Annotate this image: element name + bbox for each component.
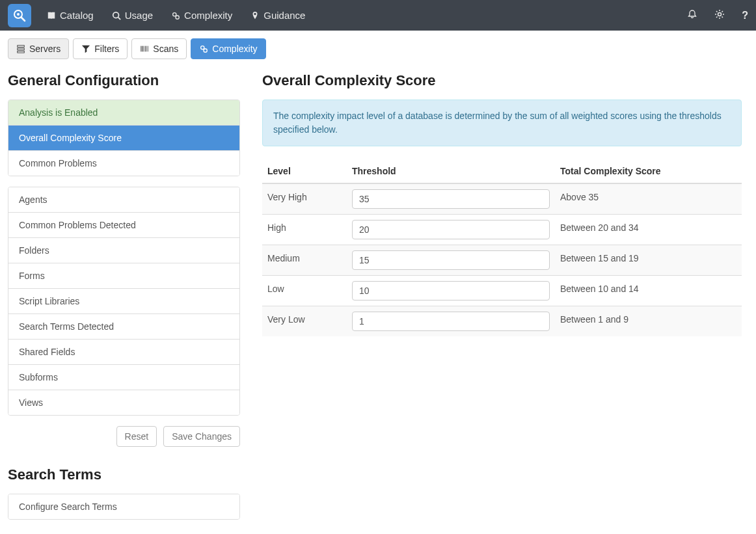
nav-label: Catalog bbox=[60, 10, 94, 21]
nav-catalog[interactable]: Catalog bbox=[47, 10, 94, 21]
tab-label: Filters bbox=[94, 44, 119, 54]
sidebar-item-agents[interactable]: Agents bbox=[8, 187, 239, 213]
desc-cell: Between 10 and 14 bbox=[555, 276, 742, 306]
threshold-input-low[interactable] bbox=[352, 281, 550, 300]
threshold-table: Level Threshold Total Complexity Score V… bbox=[262, 159, 742, 336]
notifications-button[interactable] bbox=[687, 9, 697, 21]
nav-guidance[interactable]: Guidance bbox=[250, 10, 305, 21]
sidebar-item-search-terms-detected[interactable]: Search Terms Detected bbox=[8, 314, 239, 340]
sidebar-item-configure-search-terms[interactable]: Configure Search Terms bbox=[8, 494, 239, 519]
barcode-icon bbox=[140, 44, 149, 53]
threshold-input-very-low[interactable] bbox=[352, 312, 550, 331]
sidebar-item-views[interactable]: Views bbox=[8, 390, 239, 415]
navbar-nav: Catalog Usage Complexity Guidance bbox=[47, 10, 687, 21]
tab-filters[interactable]: Filters bbox=[73, 38, 128, 59]
svg-point-7 bbox=[718, 13, 722, 16]
desc-cell: Above 35 bbox=[555, 183, 742, 215]
desc-cell: Between 1 and 9 bbox=[555, 306, 742, 337]
sidebar-item-shared-fields[interactable]: Shared Fields bbox=[8, 340, 239, 365]
filter-icon bbox=[81, 44, 90, 53]
col-level: Level bbox=[262, 159, 347, 183]
gear-icon bbox=[714, 9, 725, 20]
level-cell: Low bbox=[262, 276, 347, 306]
col-threshold: Threshold bbox=[347, 159, 555, 183]
desc-cell: Between 15 and 19 bbox=[555, 245, 742, 276]
svg-point-11 bbox=[201, 46, 204, 49]
svg-rect-9 bbox=[18, 48, 25, 50]
svg-point-3 bbox=[113, 12, 118, 18]
svg-point-2 bbox=[17, 13, 20, 16]
navbar-right: ? bbox=[687, 9, 748, 21]
nav-label: Guidance bbox=[263, 10, 305, 21]
svg-point-12 bbox=[204, 49, 207, 52]
general-config-list: Analysis is Enabled Overall Complexity S… bbox=[8, 100, 240, 176]
sidebar-item-forms[interactable]: Forms bbox=[8, 263, 239, 289]
tab-label: Servers bbox=[29, 44, 61, 54]
help-button[interactable]: ? bbox=[742, 10, 748, 21]
nav-label: Usage bbox=[125, 10, 153, 21]
sidebar: General Configuration Analysis is Enable… bbox=[8, 72, 240, 530]
magnifier-wrench-icon bbox=[12, 8, 27, 23]
svg-rect-8 bbox=[18, 46, 25, 47]
sidebar-item-script-libraries[interactable]: Script Libraries bbox=[8, 289, 239, 314]
col-total: Total Complexity Score bbox=[555, 159, 742, 183]
desc-cell: Between 20 and 34 bbox=[555, 215, 742, 245]
table-row: Low Between 10 and 14 bbox=[262, 276, 742, 306]
search-icon bbox=[112, 11, 121, 20]
sidebar-item-folders[interactable]: Folders bbox=[8, 238, 239, 263]
brand-logo[interactable] bbox=[8, 4, 31, 27]
table-row: Very High Above 35 bbox=[262, 183, 742, 215]
info-alert: The complexity impact level of a databas… bbox=[262, 100, 742, 146]
svg-rect-10 bbox=[18, 51, 25, 53]
sidebar-item-subforms[interactable]: Subforms bbox=[8, 365, 239, 390]
svg-point-5 bbox=[173, 12, 176, 16]
gears-icon bbox=[199, 44, 208, 53]
navbar: Catalog Usage Complexity Guidance ? bbox=[0, 0, 756, 31]
svg-point-6 bbox=[176, 16, 179, 19]
nav-label: Complexity bbox=[184, 10, 232, 21]
threshold-input-high[interactable] bbox=[352, 220, 550, 239]
book-icon bbox=[47, 11, 56, 20]
tab-scans[interactable]: Scans bbox=[131, 38, 187, 59]
pin-icon bbox=[250, 11, 260, 20]
svg-line-4 bbox=[118, 17, 120, 20]
tab-buttons: Servers Filters Scans Complexity bbox=[8, 38, 748, 59]
nav-complexity[interactable]: Complexity bbox=[171, 10, 232, 21]
nav-usage[interactable]: Usage bbox=[112, 10, 153, 21]
tab-label: Complexity bbox=[212, 44, 257, 54]
level-cell: Very Low bbox=[262, 306, 347, 337]
table-row: High Between 20 and 34 bbox=[262, 215, 742, 245]
svg-line-1 bbox=[21, 17, 25, 21]
threshold-input-medium[interactable] bbox=[352, 250, 550, 270]
servers-icon bbox=[16, 44, 25, 53]
elements-list: Agents Common Problems Detected Folders … bbox=[8, 187, 240, 416]
search-terms-heading: Search Terms bbox=[8, 466, 240, 483]
search-terms-list: Configure Search Terms bbox=[8, 494, 240, 520]
content: Servers Filters Scans Complexity General… bbox=[0, 31, 756, 534]
threshold-input-very-high[interactable] bbox=[352, 189, 550, 209]
sidebar-item-common-problems-detected[interactable]: Common Problems Detected bbox=[8, 213, 239, 238]
sidebar-actions: Reset Save Changes bbox=[8, 426, 240, 447]
sidebar-item-overall-score[interactable]: Overall Complexity Score bbox=[8, 126, 239, 151]
settings-button[interactable] bbox=[714, 9, 725, 21]
sidebar-item-common-problems[interactable]: Common Problems bbox=[8, 151, 239, 176]
table-row: Very Low Between 1 and 9 bbox=[262, 306, 742, 337]
table-row: Medium Between 15 and 19 bbox=[262, 245, 742, 276]
tab-label: Scans bbox=[153, 44, 178, 54]
page-title: Overall Complexity Score bbox=[262, 72, 742, 89]
main-panel: Overall Complexity Score The complexity … bbox=[262, 72, 748, 530]
bell-icon bbox=[687, 9, 697, 20]
general-config-heading: General Configuration bbox=[8, 72, 240, 89]
save-changes-button[interactable]: Save Changes bbox=[163, 426, 240, 447]
reset-button[interactable]: Reset bbox=[116, 426, 157, 447]
level-cell: Medium bbox=[262, 245, 347, 276]
sidebar-item-analysis-enabled[interactable]: Analysis is Enabled bbox=[8, 100, 239, 126]
tab-servers[interactable]: Servers bbox=[8, 38, 69, 59]
gears-icon bbox=[171, 11, 180, 20]
level-cell: Very High bbox=[262, 183, 347, 215]
tab-complexity[interactable]: Complexity bbox=[191, 38, 265, 59]
level-cell: High bbox=[262, 215, 347, 245]
